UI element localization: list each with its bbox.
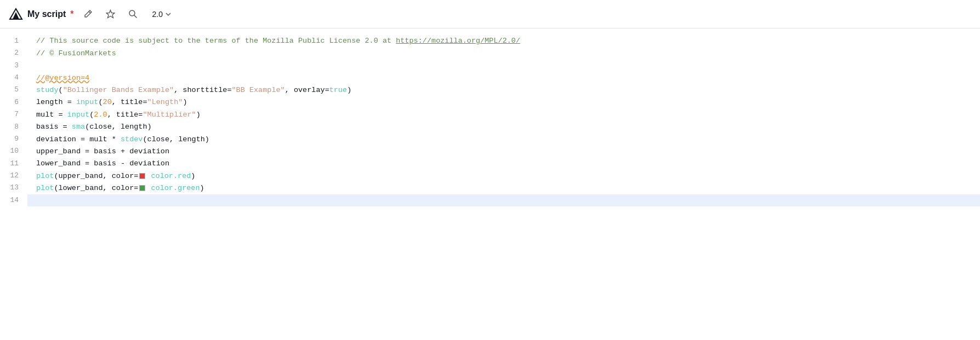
mpl-link[interactable]: https://mozilla.org/MPL/2.0/: [396, 35, 520, 47]
code-line-11: lower_band = basis - deviation: [27, 158, 980, 170]
line-numbers: 1 2 3 4 5 6 7 8 9 10 11 12 13 14: [0, 28, 27, 213]
line-num-2: 2: [0, 47, 27, 59]
code-line-2: // © FusionMarkets: [27, 47, 980, 59]
toolbar: My script * 2.0: [0, 0, 980, 28]
pencil-icon: [83, 9, 93, 19]
code-line-9: deviation = mult * stdev(close, length): [27, 133, 980, 145]
line-num-13: 13: [0, 182, 27, 194]
line-num-9: 9: [0, 133, 27, 145]
code-line-8: basis = sma(close, length): [27, 121, 980, 133]
line-num-10: 10: [0, 146, 27, 158]
star-button[interactable]: [102, 7, 118, 21]
svg-marker-2: [106, 10, 115, 18]
line-num-8: 8: [0, 121, 27, 133]
search-icon: [128, 9, 138, 19]
line-num-6: 6: [0, 96, 27, 108]
version-label: 2.0: [152, 10, 162, 19]
svg-line-4: [134, 15, 137, 18]
code-line-4: //@version=4: [27, 72, 980, 84]
code-line-7: mult = input(2.0, title="Multiplier"): [27, 108, 980, 120]
color-swatch-red[interactable]: [139, 173, 145, 179]
line-num-4: 4: [0, 72, 27, 84]
logo-area: My script *: [9, 7, 73, 21]
modified-marker: *: [70, 9, 73, 19]
code-area[interactable]: // This source code is subject to the te…: [27, 28, 980, 213]
line-num-5: 5: [0, 84, 27, 96]
line-num-7: 7: [0, 108, 27, 120]
script-title: My script: [27, 9, 66, 19]
star-icon: [106, 9, 115, 19]
line-num-14: 14: [0, 194, 27, 206]
code-line-10: upper_band = basis + deviation: [27, 146, 980, 158]
code-line-14: [27, 194, 980, 206]
code-line-5: study("Bollinger Bands Example", shortti…: [27, 84, 980, 96]
comment-2: // © FusionMarkets: [36, 48, 116, 60]
line-num-12: 12: [0, 170, 27, 182]
edit-button[interactable]: [80, 7, 96, 21]
code-line-3: [27, 60, 980, 72]
line-num-1: 1: [0, 35, 27, 47]
study-keyword: study: [36, 84, 59, 96]
editor-area: 1 2 3 4 5 6 7 8 9 10 11 12 13 14 // This…: [0, 28, 980, 213]
chevron-down-icon: [165, 11, 172, 18]
code-line-1: // This source code is subject to the te…: [27, 35, 980, 47]
code-line-13: plot(lower_band, color= color.green): [27, 182, 980, 194]
code-line-6: length = input(20, title="Length"): [27, 96, 980, 108]
line-num-3: 3: [0, 60, 27, 72]
code-line-12: plot(upper_band, color= color.red): [27, 170, 980, 182]
comment-1: // This source code is subject to the te…: [36, 35, 396, 47]
line-num-11: 11: [0, 158, 27, 170]
version-selector[interactable]: 2.0: [147, 8, 175, 21]
version-annotation: //@version=4: [36, 72, 89, 84]
logo-icon: [9, 7, 23, 21]
color-swatch-green[interactable]: [139, 185, 145, 191]
search-button[interactable]: [125, 7, 141, 21]
